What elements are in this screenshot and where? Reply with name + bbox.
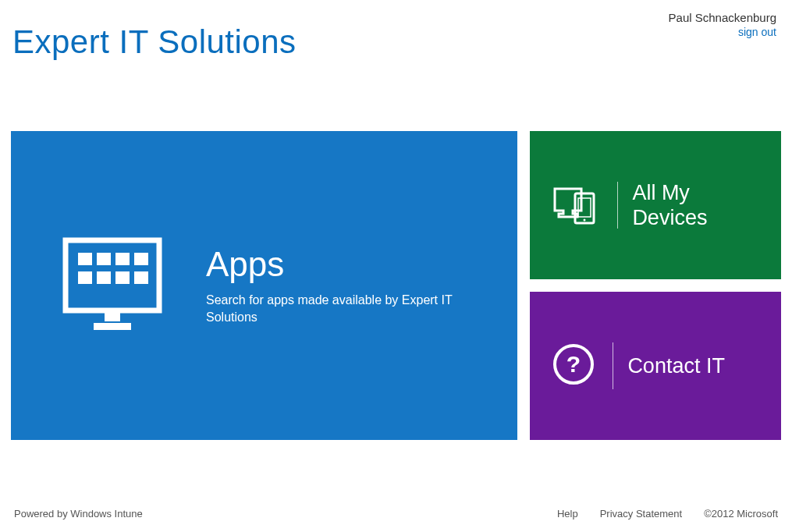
svg-rect-5 [78,271,92,284]
monitor-apps-icon [58,229,167,342]
divider [613,342,613,389]
svg-rect-2 [97,253,111,265]
svg-point-13 [584,219,586,222]
divider [617,182,618,229]
copyright-label: ©2012 Microsoft [704,508,778,520]
question-icon: ? [552,342,595,389]
svg-rect-1 [78,253,92,265]
username-label: Paul Schnackenburg [669,11,776,24]
powered-by-label: Powered by Windows Intune [14,508,143,520]
svg-rect-3 [115,253,130,265]
sign-out-link[interactable]: sign out [669,26,776,38]
svg-rect-12 [578,198,591,217]
apps-tile-title: Apps [206,245,486,284]
devices-icon [552,179,600,231]
svg-rect-8 [134,271,148,284]
page-title: Expert IT Solutions [12,23,297,61]
apps-tile[interactable]: Apps Search for apps made available by E… [11,131,517,440]
devices-tile[interactable]: All My Devices [530,131,781,279]
svg-rect-6 [97,271,111,284]
help-link[interactable]: Help [557,508,578,520]
svg-rect-9 [105,310,120,321]
user-area: Paul Schnackenburg sign out [669,8,780,38]
svg-rect-4 [134,253,148,265]
contact-tile-title: Contact IT [627,353,765,378]
contact-tile[interactable]: ? Contact IT [530,292,781,440]
apps-tile-description: Search for apps made available by Expert… [206,292,456,327]
svg-text:?: ? [566,351,581,377]
privacy-link[interactable]: Privacy Statement [600,508,683,520]
devices-tile-title: All My Devices [632,180,765,231]
svg-rect-7 [115,271,130,284]
svg-rect-10 [94,323,131,330]
